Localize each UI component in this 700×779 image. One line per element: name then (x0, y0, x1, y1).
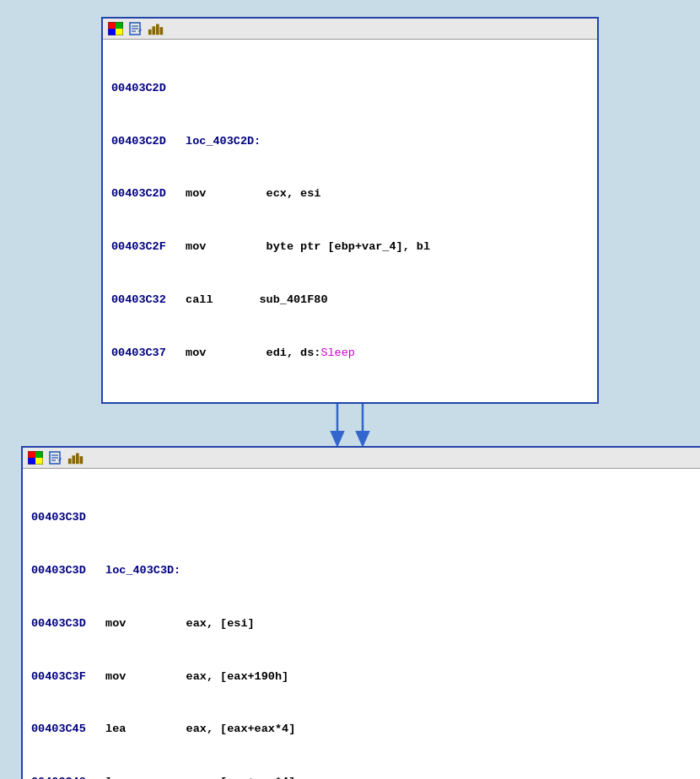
mnemonic: mov (179, 239, 225, 256)
address: 00403C2F (111, 239, 179, 256)
address: 00403C3D (31, 509, 99, 527)
main-container: 00403C2D 00403C2D loc_403C2D: 00403C2D m… (17, 17, 683, 779)
address: 00403C32 (111, 292, 179, 309)
graph-icon[interactable] (148, 21, 164, 36)
bottom-disasm-window: 00403C3D 00403C3D loc_403C3D: 00403C3D m… (21, 446, 700, 779)
svg-rect-0 (108, 22, 116, 29)
svg-rect-28 (80, 457, 83, 465)
operand: eax, [eax+eax*4] (145, 774, 295, 779)
bottom-toolbar (23, 448, 700, 469)
code-line: 00403C2D (111, 80, 589, 98)
code-line: 00403C48 lea eax, [eax+eax*4] (31, 774, 694, 779)
svg-rect-3 (116, 29, 123, 35)
label: loc_403C2D: (179, 133, 261, 151)
svg-rect-12 (160, 27, 164, 35)
svg-rect-27 (76, 454, 79, 465)
svg-rect-2 (108, 29, 116, 35)
svg-rect-10 (152, 26, 155, 35)
address: 00403C2D (111, 80, 179, 98)
svg-rect-18 (28, 458, 35, 465)
code-line: 00403C2F mov byte ptr [ebp+var_4], bl (111, 239, 589, 256)
operand: eax, [eax+190h] (145, 669, 288, 686)
code-line: 00403C45 lea eax, [eax+eax*4] (31, 721, 694, 739)
operand: ecx, esi (225, 185, 320, 203)
operand: eax, [esi] (145, 615, 255, 633)
svg-rect-26 (72, 456, 75, 465)
edit-icon[interactable] (127, 21, 144, 36)
svg-rect-9 (148, 30, 152, 35)
address: 00403C2D (111, 185, 179, 203)
operand: eax, [eax+eax*4] (145, 721, 295, 739)
code-line: 00403C37 mov edi, ds:Sleep (111, 345, 589, 363)
graph-icon[interactable] (67, 450, 84, 465)
label: loc_403C3D: (99, 562, 180, 580)
code-line: 00403C2D mov ecx, esi (111, 185, 589, 203)
top-disasm-window: 00403C2D 00403C2D loc_403C2D: 00403C2D m… (101, 17, 599, 404)
mnemonic: mov (99, 669, 145, 686)
color-square-icon[interactable] (27, 450, 44, 465)
arrows-svg (17, 404, 700, 448)
code-line: 00403C3D mov eax, [esi] (31, 615, 694, 633)
code-line: 00403C3F mov eax, [eax+190h] (31, 669, 694, 686)
address: 00403C48 (31, 774, 99, 779)
address: 00403C2D (111, 133, 179, 151)
code-line: 00403C3D (31, 509, 694, 527)
svg-rect-11 (156, 24, 159, 35)
mnemonic: mov (179, 345, 225, 363)
mnemonic: lea (99, 721, 145, 739)
svg-rect-17 (35, 451, 43, 458)
mnemonic: mov (99, 615, 145, 633)
address: 00403C37 (111, 345, 179, 363)
sleep-label: Sleep (320, 345, 355, 363)
address: 00403C3F (31, 669, 99, 686)
code-line: 00403C3D loc_403C3D: (31, 562, 694, 580)
address: 00403C45 (31, 721, 99, 739)
operand: byte ptr [ebp+var_4], bl (225, 239, 430, 256)
color-square-icon[interactable] (107, 21, 124, 36)
operand: edi, ds: (225, 345, 320, 363)
code-line: 00403C32 call sub_401F80 (111, 292, 589, 309)
svg-rect-19 (35, 458, 43, 465)
mnemonic: call (179, 292, 225, 309)
operand: sub_401F80 (225, 292, 328, 309)
mnemonic: mov (179, 185, 225, 203)
svg-rect-1 (116, 22, 123, 29)
svg-rect-25 (68, 459, 72, 464)
bottom-code-area: 00403C3D 00403C3D loc_403C3D: 00403C3D m… (23, 469, 700, 779)
mnemonic: lea (99, 774, 145, 779)
code-line: 00403C2D loc_403C2D: (111, 133, 589, 151)
svg-rect-16 (28, 451, 35, 458)
edit-icon[interactable] (47, 450, 64, 465)
address: 00403C3D (31, 562, 99, 580)
address: 00403C3D (31, 615, 99, 633)
top-toolbar (103, 19, 597, 40)
top-code-area: 00403C2D 00403C2D loc_403C2D: 00403C2D m… (103, 40, 597, 402)
